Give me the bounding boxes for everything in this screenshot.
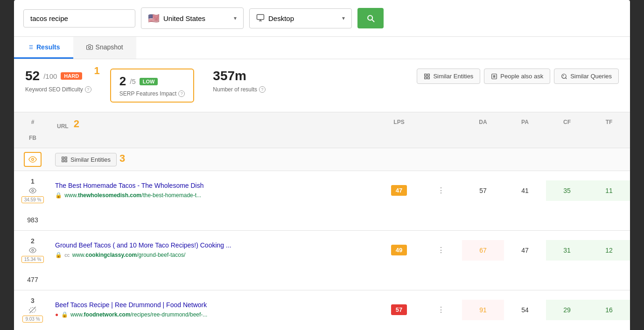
device-label: Desktop [268, 14, 294, 22]
row-3-num-cell: 3 9.03 % [14, 290, 51, 329]
annotation-1: 1 [94, 65, 100, 77]
col-lps: LPS [378, 117, 420, 133]
results-info-icon[interactable]: ? [259, 86, 266, 93]
hard-badge: HARD [61, 72, 82, 80]
table-row: 3 9.03 % Beef Tacos Recipe | Ree Drummon… [14, 290, 630, 330]
results-block: 357m Number of results ? [213, 69, 266, 93]
col-tf: TF [588, 117, 630, 133]
row-1-lps-badge: 47 [391, 185, 407, 196]
svg-rect-0 [257, 14, 264, 20]
eye-row-icon-2 [29, 247, 36, 254]
svg-point-20 [32, 158, 34, 161]
cc-icon: cc [64, 252, 70, 258]
people-also-ask-button[interactable]: People also ask [484, 69, 550, 84]
col-cf: CF [546, 117, 588, 133]
annotation-2: 2 [74, 118, 79, 130]
row-2-title[interactable]: Ground Beef Tacos ( and 10 More Taco Rec… [55, 241, 374, 249]
serp-info-icon[interactable]: ? [178, 90, 185, 97]
row-2-cf: 31 [546, 240, 588, 261]
row-1-pct: 34.59 % [21, 196, 44, 203]
search-bar: 🇺🇸 United States ▾ Desktop ▾ [14, 0, 630, 37]
eye-button[interactable] [24, 152, 42, 167]
list-icon [27, 44, 34, 50]
similar-queries-button[interactable]: Similar Queries [554, 69, 619, 84]
row-3-title[interactable]: Beef Tacos Recipe | Ree Drummond | Food … [55, 301, 374, 309]
eye-button-cell [14, 152, 51, 167]
country-label: United States [163, 14, 205, 22]
row-1-url-cell: The Best Homemade Tacos - The Wholesome … [51, 176, 378, 205]
row-2-fb: 477 [14, 269, 51, 290]
difficulty-label: Keyword SEO Difficulty ? [25, 86, 91, 93]
svg-rect-22 [65, 157, 67, 159]
row-1-dots: ⋮ [420, 179, 462, 201]
similar-entities-button[interactable]: Similar Entities [417, 69, 480, 84]
col-url: URL 2 [51, 117, 378, 133]
row-3-dots: ⋮ [420, 299, 462, 321]
row-3-url: ● 🔒 www.foodnetwork.com/recipes/ree-drum… [55, 311, 207, 318]
row-1-menu-button[interactable]: ⋮ [435, 186, 447, 195]
serp-block: 2/5 LOW SERP Features Impact ? [110, 69, 195, 103]
results-table: # URL 2 LPS DA PA CF TF FB [14, 112, 630, 330]
table-row: 2 15.34 % Ground Beef Tacos ( and 10 Mor… [14, 231, 630, 290]
difficulty-info-icon[interactable]: ? [85, 86, 91, 93]
grid-toolbar-icon [61, 156, 68, 163]
svg-point-26 [32, 249, 34, 251]
tab-snapshot[interactable]: Snapshot [73, 37, 136, 59]
row-1-tf: 11 [588, 180, 630, 201]
favicon-icon-3: ● [55, 311, 58, 318]
low-badge: LOW [140, 78, 158, 85]
annotation-3: 3 [119, 152, 125, 165]
col-pa: PA [504, 117, 546, 133]
grid-icon [424, 73, 430, 80]
tab-results[interactable]: Results [14, 37, 73, 59]
row-2-dots: ⋮ [420, 239, 462, 261]
search-button[interactable] [357, 8, 384, 28]
col-hash: # [14, 117, 51, 133]
search-input[interactable] [23, 9, 135, 28]
row-2-menu-button[interactable]: ⋮ [435, 246, 447, 254]
row-3-cf: 29 [546, 300, 588, 320]
svg-line-19 [566, 77, 567, 79]
chevron-down-icon: ▾ [234, 15, 237, 21]
country-select[interactable]: 🇺🇸 United States ▾ [141, 7, 244, 29]
lock-icon-3: 🔒 [61, 311, 68, 318]
row-2-pa: 47 [504, 240, 546, 261]
row-1-title[interactable]: The Best Homemade Tacos - The Wholesome … [55, 182, 374, 189]
row-3-rank: 3 [31, 297, 35, 304]
row-3-lps: 57 [378, 304, 420, 315]
row-3-pa: 54 [504, 300, 546, 320]
stats-row: 52/100 HARD Keyword SEO Difficulty ? 1 2… [14, 59, 630, 112]
row-1-pa: 41 [504, 180, 546, 201]
row-2-num-cell: 2 15.34 % [14, 231, 51, 269]
svg-rect-24 [65, 160, 67, 162]
search-feature-icon [561, 73, 567, 80]
eye-row-icon-3 [29, 306, 36, 314]
tab-snapshot-label: Snapshot [96, 43, 123, 51]
row-2-lps-badge: 49 [391, 245, 407, 255]
col-fb: FB [14, 133, 51, 143]
serp-value: 2/5 LOW [119, 74, 185, 89]
similar-entities-label: Similar Entities [433, 73, 473, 80]
difficulty-value: 52/100 HARD [25, 69, 91, 83]
similar-entities-toolbar-button[interactable]: Similar Entities [55, 153, 117, 166]
row-1-url: 🔒 www.thewholesomedi​sh.com/the-best-hom… [55, 192, 201, 199]
results-value: 357m [213, 69, 266, 83]
device-select[interactable]: Desktop ▾ [249, 8, 352, 28]
svg-rect-13 [428, 77, 430, 79]
tab-results-label: Results [36, 43, 60, 51]
desktop-icon [256, 14, 265, 23]
svg-rect-21 [62, 157, 64, 159]
row-3-url-cell: Beef Tacos Recipe | Ree Drummond | Food … [51, 296, 378, 324]
row-3-da: 91 [462, 300, 504, 320]
row-1-fb: 983 [14, 210, 51, 230]
similar-entities-toolbar: Similar Entities 3 [51, 153, 378, 166]
lock-icon-1: 🔒 [55, 192, 62, 199]
svg-rect-12 [425, 77, 427, 79]
row-1-lps: 47 [378, 185, 420, 196]
svg-point-9 [88, 46, 91, 48]
row-3-menu-button[interactable]: ⋮ [435, 305, 447, 314]
svg-point-18 [562, 74, 566, 78]
row-3-tf: 16 [588, 300, 630, 320]
difficulty-block: 52/100 HARD Keyword SEO Difficulty ? 1 [25, 69, 91, 93]
eye-row-icon [29, 187, 36, 194]
